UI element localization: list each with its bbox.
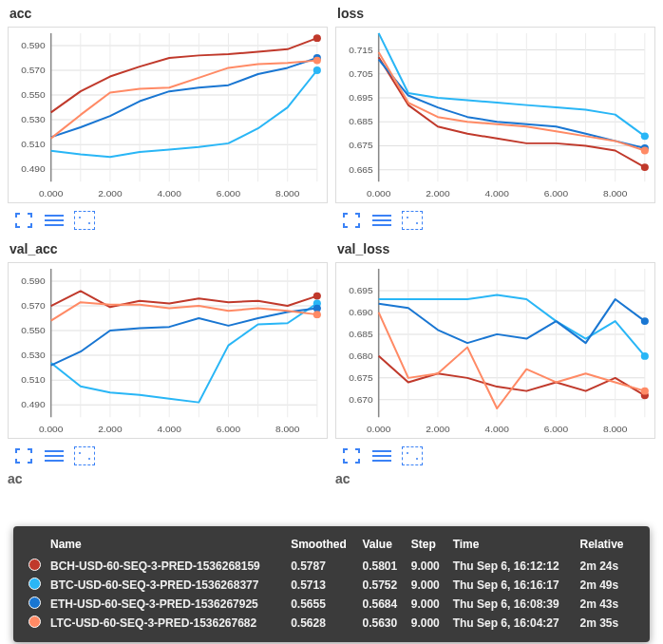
panel-loss: loss 0.6650.6750.6850.6950.7050.7150.000… — [335, 4, 655, 236]
series-name: ETH-USD-60-SEQ-3-PRED-1536267925 — [48, 595, 289, 614]
series-value: 0.5752 — [360, 576, 408, 595]
chart-plot-val-loss[interactable]: 0.6700.6750.6800.6850.6900.6950.0002.000… — [335, 262, 655, 439]
svg-point-109 — [79, 452, 81, 454]
series-name: BCH-USD-60-SEQ-3-PRED-1536268159 — [48, 557, 289, 576]
svg-text:6.000: 6.000 — [544, 424, 569, 434]
series-value: 0.5684 — [360, 595, 408, 614]
svg-text:6.000: 6.000 — [217, 188, 241, 199]
svg-point-68 — [641, 147, 649, 155]
svg-text:0.665: 0.665 — [349, 164, 373, 175]
svg-point-35 — [79, 217, 81, 218]
chart-controls — [8, 439, 328, 471]
svg-point-110 — [88, 458, 90, 460]
expand-icon[interactable] — [13, 211, 34, 230]
expand-icon[interactable] — [341, 446, 362, 465]
svg-text:4.000: 4.000 — [157, 424, 181, 434]
svg-text:0.510: 0.510 — [21, 139, 46, 149]
series-name: LTC-USD-60-SEQ-3-PRED-1536267682 — [48, 614, 289, 633]
series-value: 0.5630 — [360, 614, 408, 633]
panel-acc: acc 0.4900.5100.5300.5500.5700.5900.0002… — [8, 4, 328, 236]
tooltip-row: BTC-USD-60-SEQ-3-PRED-1536268377 0.5713 … — [27, 576, 636, 595]
series-smoothed: 0.5787 — [289, 557, 360, 576]
svg-point-73 — [416, 222, 418, 224]
svg-point-28 — [313, 34, 321, 42]
svg-text:0.705: 0.705 — [349, 68, 373, 79]
svg-text:0.570: 0.570 — [21, 65, 46, 75]
series-smoothed: 0.5655 — [289, 595, 360, 614]
expand-icon[interactable] — [341, 211, 362, 230]
partial-title-right: ac — [335, 471, 655, 490]
chart-plot-acc[interactable]: 0.4900.5100.5300.5500.5700.5900.0002.000… — [8, 27, 328, 203]
svg-text:0.530: 0.530 — [21, 350, 46, 360]
fit-domain-icon[interactable] — [402, 211, 423, 230]
rows-icon[interactable] — [44, 211, 65, 230]
chart-grid: acc 0.4900.5100.5300.5500.5700.5900.0002… — [0, 0, 663, 471]
svg-text:2.000: 2.000 — [426, 188, 450, 199]
svg-text:8.000: 8.000 — [275, 424, 300, 434]
tooltip-row: BCH-USD-60-SEQ-3-PRED-1536268159 0.5787 … — [27, 557, 636, 576]
series-swatch — [28, 559, 41, 571]
series-relative: 2m 24s — [578, 557, 637, 576]
svg-text:0.550: 0.550 — [21, 325, 46, 335]
expand-icon[interactable] — [13, 446, 34, 465]
partial-title-left: ac — [8, 471, 328, 490]
svg-text:8.000: 8.000 — [603, 424, 628, 434]
panel-title: val_loss — [337, 241, 655, 256]
series-time: Thu Sep 6, 16:16:17 — [451, 576, 578, 595]
svg-text:6.000: 6.000 — [217, 424, 241, 434]
svg-point-31 — [313, 57, 321, 65]
svg-text:2.000: 2.000 — [98, 188, 123, 199]
svg-text:0.685: 0.685 — [349, 116, 373, 126]
svg-text:8.000: 8.000 — [275, 188, 300, 199]
th-smoothed: Smoothed — [289, 536, 360, 557]
svg-text:0.490: 0.490 — [21, 163, 46, 174]
series-swatch — [28, 616, 41, 628]
chart-controls — [8, 203, 328, 236]
series-relative: 2m 43s — [578, 595, 637, 614]
hover-tooltip: Name Smoothed Value Step Time Relative B… — [13, 526, 650, 642]
svg-point-36 — [88, 222, 90, 224]
series-step: 9.000 — [409, 595, 451, 614]
svg-text:0.550: 0.550 — [21, 89, 46, 100]
fit-domain-icon[interactable] — [402, 446, 423, 465]
svg-text:0.490: 0.490 — [21, 399, 46, 409]
svg-text:8.000: 8.000 — [603, 188, 628, 199]
series-swatch — [28, 597, 41, 609]
svg-text:0.670: 0.670 — [349, 394, 373, 405]
svg-text:0.000: 0.000 — [39, 424, 64, 434]
svg-point-142 — [641, 388, 649, 395]
series-time: Thu Sep 6, 16:04:27 — [451, 614, 578, 633]
svg-text:4.000: 4.000 — [157, 188, 181, 199]
th-value: Value — [360, 536, 408, 557]
svg-text:0.680: 0.680 — [349, 350, 373, 361]
svg-text:6.000: 6.000 — [544, 188, 569, 199]
fit-domain-icon[interactable] — [74, 446, 95, 465]
rows-icon[interactable] — [371, 211, 392, 230]
series-step: 9.000 — [409, 576, 451, 595]
svg-point-102 — [313, 293, 321, 300]
svg-text:0.000: 0.000 — [367, 188, 391, 199]
svg-point-65 — [641, 163, 649, 171]
rows-icon[interactable] — [44, 446, 65, 465]
svg-point-66 — [641, 132, 649, 140]
chart-plot-loss[interactable]: 0.6650.6750.6850.6950.7050.7150.0002.000… — [335, 27, 655, 203]
chart-controls — [335, 439, 655, 471]
fit-domain-icon[interactable] — [74, 211, 95, 230]
tooltip-header-row: Name Smoothed Value Step Time Relative — [27, 536, 636, 557]
svg-text:0.000: 0.000 — [367, 424, 391, 434]
svg-point-146 — [407, 452, 408, 454]
svg-point-141 — [641, 317, 649, 325]
chart-plot-val-acc[interactable]: 0.4900.5100.5300.5500.5700.5900.0002.000… — [8, 262, 328, 439]
partial-next-row: ac ac — [0, 471, 663, 490]
svg-text:0.675: 0.675 — [349, 141, 373, 151]
rows-icon[interactable] — [371, 446, 392, 465]
svg-text:0.690: 0.690 — [349, 307, 373, 317]
svg-text:0.590: 0.590 — [21, 40, 46, 50]
svg-point-29 — [313, 66, 321, 74]
series-name: BTC-USD-60-SEQ-3-PRED-1536268377 — [48, 576, 289, 595]
th-name: Name — [48, 536, 289, 557]
th-swatch — [27, 536, 48, 557]
svg-text:4.000: 4.000 — [484, 188, 509, 199]
svg-text:0.530: 0.530 — [21, 114, 46, 124]
series-step: 9.000 — [409, 614, 451, 633]
